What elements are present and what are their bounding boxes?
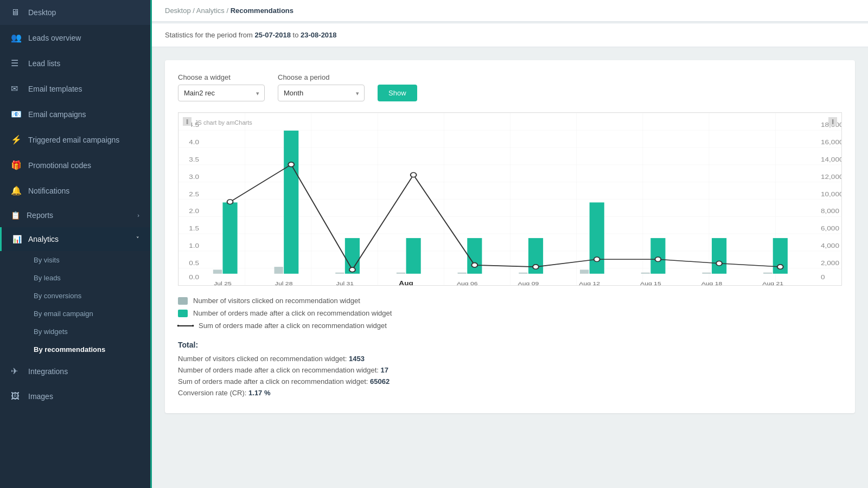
svg-text:Jul 28: Jul 28 xyxy=(275,280,293,285)
sidebar-sub-item-by-email-campaign[interactable]: By email campaign xyxy=(28,305,150,323)
widget-filter-group: Choose a widget Main2 rec xyxy=(178,73,265,101)
widget-select-wrapper: Main2 rec xyxy=(178,85,265,101)
svg-point-48 xyxy=(655,257,661,261)
filter-row: Choose a widget Main2 rec Choose a perio… xyxy=(178,73,842,101)
widget-select[interactable]: Main2 rec xyxy=(178,85,265,101)
widget-filter-label: Choose a widget xyxy=(178,73,265,81)
sidebar-item-label: Lead lists xyxy=(28,59,60,68)
sidebar-item-label: Email campaigns xyxy=(28,110,86,119)
totals-value-sum: 65062 xyxy=(370,377,390,386)
period-filter-group: Choose a period Month xyxy=(278,73,365,101)
lead-lists-icon: ☰ xyxy=(11,58,22,68)
chart-controls-left: ‖ xyxy=(183,117,192,126)
svg-point-41 xyxy=(227,200,233,204)
promotional-codes-icon: 🎁 xyxy=(11,160,22,170)
svg-rect-39 xyxy=(712,238,726,274)
svg-rect-26 xyxy=(519,273,527,274)
sidebar-item-leads-overview[interactable]: 👥 Leads overview xyxy=(0,25,150,50)
svg-point-43 xyxy=(349,267,355,272)
totals-row-orders: Number of orders made after a click on r… xyxy=(178,366,842,374)
svg-text:6,000: 6,000 xyxy=(821,226,839,232)
svg-text:4.0: 4.0 xyxy=(189,139,199,146)
sidebar-item-images[interactable]: 🖼 Images xyxy=(0,384,150,409)
svg-rect-35 xyxy=(467,238,482,274)
svg-rect-29 xyxy=(702,273,711,274)
sidebar-item-label: Triggered email campaigns xyxy=(28,136,119,144)
totals-label-sum: Sum of orders made after a click on reco… xyxy=(178,377,370,386)
topbar: Desktop / Analytics / Recommendations xyxy=(152,0,868,22)
show-button[interactable]: Show xyxy=(378,85,417,101)
sidebar-sub-item-by-widgets[interactable]: By widgets xyxy=(28,323,150,341)
sidebar-sub-item-by-visits[interactable]: By visits xyxy=(28,251,150,269)
breadcrumb: Desktop / Analytics / Recommendations xyxy=(165,7,293,15)
svg-text:Jul 25: Jul 25 xyxy=(214,280,232,285)
totals-label-cr: Conversion rate (CR): xyxy=(178,389,248,397)
svg-point-46 xyxy=(533,265,539,269)
sidebar-item-label: Integrations xyxy=(28,367,68,376)
svg-text:14,000: 14,000 xyxy=(821,157,841,163)
sidebar-sub-item-by-recommendations[interactable]: By recommendations xyxy=(28,341,150,358)
sidebar-item-label: Images xyxy=(28,392,53,401)
main-content: Desktop / Analytics / Recommendations St… xyxy=(152,0,868,488)
legend-color-sum xyxy=(178,325,193,326)
content-area: Choose a widget Main2 rec Choose a perio… xyxy=(152,47,868,488)
chart-pause-icon[interactable]: ‖ xyxy=(183,117,192,126)
totals-label-visitors: Number of visitors clicked on recommenda… xyxy=(178,355,349,363)
svg-rect-22 xyxy=(275,267,283,274)
sidebar-item-email-templates[interactable]: ✉ Email templates xyxy=(0,76,150,101)
sidebar-item-reports[interactable]: 📋 Reports › xyxy=(0,203,150,227)
sidebar: 🖥 Desktop 👥 Leads overview ☰ Lead lists … xyxy=(0,0,152,488)
legend-label-orders: Number of orders made after a click on r… xyxy=(193,309,392,317)
sidebar-item-lead-lists[interactable]: ☰ Lead lists xyxy=(0,50,150,76)
legend-label-sum: Sum of orders made after a click on reco… xyxy=(199,322,387,330)
sidebar-item-desktop[interactable]: 🖥 Desktop xyxy=(0,0,150,25)
leads-overview-icon: 👥 xyxy=(11,33,22,43)
analytics-card: Choose a widget Main2 rec Choose a perio… xyxy=(165,60,855,413)
totals-row-sum: Sum of orders made after a click on reco… xyxy=(178,377,842,386)
sidebar-sub-item-by-conversions[interactable]: By conversions xyxy=(28,287,150,305)
period-select[interactable]: Month xyxy=(278,85,365,101)
svg-point-45 xyxy=(471,263,477,267)
stats-period-text: Statistics for the period from xyxy=(165,31,254,39)
notifications-icon: 🔔 xyxy=(11,185,22,196)
svg-rect-30 xyxy=(763,273,772,274)
stats-from-date: 25-07-2018 xyxy=(254,31,291,39)
svg-point-50 xyxy=(777,265,783,269)
chart-title: JS chart by amCharts xyxy=(195,119,252,126)
svg-text:10,000: 10,000 xyxy=(821,191,841,197)
sidebar-item-notifications[interactable]: 🔔 Notifications xyxy=(0,178,150,203)
chart-legend: Number of visitors clicked on recommenda… xyxy=(178,297,842,330)
totals-section: Total: Number of visitors clicked on rec… xyxy=(178,341,842,397)
svg-text:Aug 15: Aug 15 xyxy=(640,280,661,285)
sidebar-item-label: Reports xyxy=(27,211,53,220)
sidebar-item-triggered-email[interactable]: ⚡ Triggered email campaigns xyxy=(0,127,150,152)
sidebar-item-email-campaigns[interactable]: 📧 Email campaigns xyxy=(0,101,150,127)
analytics-submenu: By visits By leads By conversions By ema… xyxy=(0,251,150,358)
sidebar-item-label: Analytics xyxy=(28,235,59,243)
sidebar-item-label: Leads overview xyxy=(28,34,81,42)
svg-rect-27 xyxy=(580,269,589,273)
period-select-wrapper: Month xyxy=(278,85,365,101)
email-templates-icon: ✉ xyxy=(11,84,22,94)
sidebar-sub-item-by-leads[interactable]: By leads xyxy=(28,269,150,287)
svg-text:Aug 21: Aug 21 xyxy=(762,280,783,285)
svg-rect-0 xyxy=(178,113,841,285)
chart-menu-icon[interactable]: ‖ xyxy=(828,117,837,126)
svg-text:2,000: 2,000 xyxy=(821,260,839,266)
legend-item-sum: Sum of orders made after a click on reco… xyxy=(178,322,842,330)
sidebar-item-integrations[interactable]: ✈ Integrations xyxy=(0,358,150,384)
breadcrumb-desktop[interactable]: Desktop xyxy=(165,7,191,15)
legend-label-visitors: Number of visitors clicked on recommenda… xyxy=(193,297,360,305)
sidebar-item-promotional-codes[interactable]: 🎁 Promotional codes xyxy=(0,152,150,178)
sidebar-item-analytics[interactable]: 📊 Analytics ˅ xyxy=(0,227,150,251)
analytics-icon: 📊 xyxy=(12,235,22,243)
breadcrumb-analytics[interactable]: Analytics xyxy=(196,7,225,15)
svg-text:4,000: 4,000 xyxy=(821,243,839,249)
integrations-icon: ✈ xyxy=(11,366,22,376)
totals-row-visitors: Number of visitors clicked on recommenda… xyxy=(178,355,842,363)
stats-to-date: 23-08-2018 xyxy=(301,31,337,39)
svg-text:2.5: 2.5 xyxy=(189,191,199,197)
svg-text:12,000: 12,000 xyxy=(821,174,841,180)
sidebar-item-label: Notifications xyxy=(28,187,69,195)
legend-item-orders: Number of orders made after a click on r… xyxy=(178,309,842,317)
